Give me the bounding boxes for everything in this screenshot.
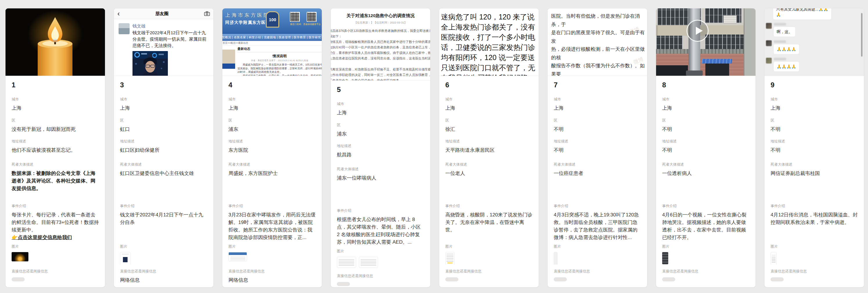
field-value-deceased: 网信证券副总裁韦桂国 [771,170,858,177]
field-value-event: 3月23日在家中哮喘发作，用药后无法缓解。19时，家属驾车送其就诊，被医院拒收。… [228,211,316,240]
field-value-address: 航昌路 [337,151,424,159]
field-label-event: 事件介绍 [662,204,749,209]
field-label-city: 城市 [771,97,858,102]
field-value-city: 上海 [11,105,99,112]
field-label-images: 图片 [120,244,207,249]
field-value-city: 上海 [228,105,316,112]
announcement-meta: 作者：系统管理员 发表于：2022/3/25 2:41:41 有253人阅读 [238,59,322,62]
source-empty-pill [11,277,25,282]
card-number: 4 [228,76,316,92]
hospital-name: 上海市东方医院 [225,12,270,19]
field-label-event: 事件介绍 [337,208,424,213]
card-9[interactable]: 只有其女儿眼见其病逝...🙏🙏 🙏 啊，这。 🙏🙏🙏🙏 🙏🙏🙏🙏 9 [764,8,864,288]
field-label-source: 直接信息还是间接信息 [771,269,858,274]
section-title: 最新动态 [238,47,322,52]
field-label-district: 区 [337,123,424,128]
field-value-deceased: 浦东一位哮喘病人 [337,174,424,182]
field-value-event: 4月3日突感不适，晚上19:30叫了120急救。当时面临全员核酸，三甲医院门急诊… [554,211,641,240]
field-label-city: 城市 [445,97,533,102]
qr-code [307,12,317,22]
field-value-event: 4月12日传出消息，韦桂国因脑溢血、封控期间联系救治未果，于家中病逝。 [771,211,858,226]
source-empty-pill [771,277,784,282]
card-cover-candle [5,8,105,76]
image-thumbnail [120,252,130,265]
field-value-city: 上海 [771,105,858,112]
field-value-source: 网络信息 [228,276,316,284]
field-value-address: 天平路街道永康居民区 [445,146,533,154]
card-7[interactable]: 医院。当时有些低烧，但是发热门诊在消杀，于 是在门口的黑夜里等待了很久。可是由于… [547,8,647,288]
card-3[interactable]: ‹ 朋友圈 钱文雄 钱文雄于2022年4月12日下午一点十九分去世。疫情期间一切… [114,8,214,288]
field-label-event: 事件介绍 [228,204,316,209]
screenshot-text: 医院。当时有些低烧，但是发热门诊在消杀，于 是在门口的黑夜里等待了很久。可是由于… [548,8,647,76]
field-label-deceased: 死者大体描述 [771,162,858,167]
image-thumbnail [11,252,28,261]
field-value-deceased: 一位老人 [445,170,533,177]
field-label-deceased: 死者大体描述 [337,167,424,172]
field-label-city: 城市 [662,97,749,102]
field-value-address: 不明 [662,146,749,154]
field-label-images: 图片 [662,244,749,249]
submit-info-link[interactable]: 👉点击这里提交信息给我们 [11,234,99,240]
field-value-deceased: 一位癌症患者 [554,170,641,177]
field-label-event: 事件介绍 [445,204,533,209]
hospital-100-logo: 100 [266,11,279,28]
card-cover-wechat-moments: ‹ 朋友圈 钱文雄 钱文雄于2022年4月12日下午一点十九分去世。疫情期间一切… [114,8,213,76]
card-cover-hospital-site: 上海市东方医院 同济大学附属东方医院 100 微信二维码 患者移动服务平台 医院… [222,8,322,76]
card-1[interactable]: 1 城市上海 区没有死于新冠，却因新冠而死 地址描述他们不应该被漠视甚至忘记。 … [5,8,105,288]
card-8[interactable]: 8 城市上海 区不明 地址描述不明 死者大体描述一位透析病人 事件介绍4月6日的… [656,8,756,288]
candle-illustration [5,8,105,76]
field-label-district: 区 [11,118,99,123]
field-label-district: 区 [662,118,749,123]
field-label-source: 直接信息还是间接信息 [120,269,207,274]
gallery: 1 城市上海 区没有死于新冠，却因新冠而死 地址描述他们不应该被漠视甚至忘记。 … [5,8,864,288]
image-thumbnail [662,252,668,264]
air-conditioner [723,16,737,24]
card-number: 8 [662,76,749,92]
card-4[interactable]: 上海市东方医院 同济大学附属东方医院 100 微信二维码 患者移动服务平台 医院… [222,8,322,288]
field-value-event: 钱文雄于2022年4月12日下午一点十九分自杀 [120,211,207,226]
avatar [766,58,772,63]
field-label-address: 地址描述 [445,139,533,144]
field-value-city: 上海 [554,105,641,112]
field-value-event: 高烧昏迷，核酸阴，120来了说发热门诊关了。无奈在家中降温，在昏迷中离世。 [445,211,533,234]
field-value-deceased: 一位透析病人 [662,170,749,177]
wechat-moments-post: 钱文雄 钱文雄于2022年4月12日下午一点十九分去世。疫情期间一切从简。家属目… [114,19,213,76]
card-number: 9 [771,76,858,92]
avatar [766,40,772,46]
wechat-moments-header: ‹ 朋友圈 [114,8,213,19]
card-5[interactable]: 关于对浦东120急救中心的调查情况 【信息来源：】【信息时间：2022-03-3… [331,8,431,288]
field-label-address: 地址描述 [662,139,749,144]
field-label-event: 事件介绍 [11,204,99,209]
field-label-address: 地址描述 [337,144,424,149]
field-value-district: 没有死于新冠，却因新冠而死 [11,126,99,133]
source-empty-pill [445,277,458,282]
field-label-city: 城市 [554,97,641,102]
play-icon [686,20,709,42]
qr-code [290,12,300,22]
chat-username-blurred [774,58,786,60]
field-label-source: 直接信息还是间接信息 [11,269,99,274]
card-number: 7 [554,76,641,92]
card-number: 6 [445,76,533,92]
image-thumbnail [771,252,777,265]
card-cover-video-still [656,8,755,76]
field-value-city: 上海 [662,105,749,112]
field-value-city: 上海 [337,109,424,117]
announcement-body: 周盛妮为我院护士，一直在院内从事非一线相关工作。3月23日在家中哮喘发作，用药后… [238,63,322,76]
qr-caption: 患者移动服务平台 [303,23,321,26]
card-6[interactable]: 迷病危了叫 120，120 来了说 全上海发热门诊都关了，没有 医院接收，打了一… [439,8,539,288]
field-label-deceased: 死者大体描述 [554,162,641,167]
hospital-subname: 同济大学附属东方医院 [225,20,270,25]
field-label-event: 事件介绍 [554,204,641,209]
field-label-deceased: 死者大体描述 [120,162,207,167]
field-label-images: 图片 [771,244,858,249]
field-label-event: 事件介绍 [120,204,207,209]
field-value-address: 他们不应该被漠视甚至忘记。 [11,146,99,154]
field-label-district: 区 [445,118,533,123]
card-cover-weibo-screenshot: 医院。当时有些低烧，但是发热门诊在消杀，于 是在门口的黑夜里等待了很久。可是由于… [548,8,647,76]
card-number: 3 [120,76,207,92]
chat-username-blurred [774,40,786,43]
card-cover-text-screenshot: 迷病危了叫 120，120 来了说 全上海发热门诊都关了，没有 医院接收，打了一… [439,8,539,76]
field-value-event: 根据患者女儿公布的时间线，早上 8 点，其父哮喘发作、晕倒。随后，小区 2 名做… [337,216,424,244]
document-meta: 【信息来源：】【信息时间：2022-03-31】 [331,21,430,25]
